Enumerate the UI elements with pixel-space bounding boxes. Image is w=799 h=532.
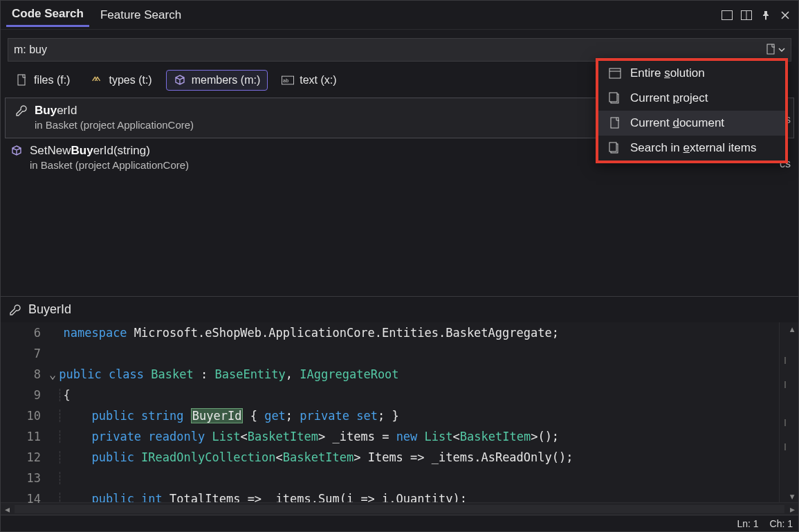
scope-label: Current project [630, 91, 708, 105]
empty-area [1, 178, 798, 296]
svg-rect-11 [611, 118, 618, 128]
code-content[interactable]: namespace Microsoft.eShopWeb.Application… [49, 322, 779, 502]
scope-label: Current document [630, 116, 724, 130]
file-icon [16, 74, 28, 86]
project-icon [608, 91, 622, 105]
svg-rect-10 [609, 93, 617, 102]
filter-types[interactable]: types (t:) [84, 71, 158, 90]
wrench-icon [15, 104, 28, 117]
cube-icon [174, 74, 186, 86]
vertical-scrollbar[interactable]: ▴ ▾ [786, 322, 798, 502]
cube-icon [10, 145, 23, 157]
svg-rect-0 [722, 10, 733, 19]
tab-feature-search[interactable]: Feature Search [95, 4, 187, 26]
external-icon [608, 141, 622, 155]
status-bar: Ln: 1 Ch: 1 [1, 515, 798, 531]
preview-title: BuyerId [28, 302, 71, 317]
svg-rect-4 [18, 75, 25, 85]
close-icon[interactable] [778, 8, 793, 23]
tabs-row: Code Search Feature Search [1, 1, 798, 30]
status-line: Ln: 1 [737, 518, 758, 529]
status-column: Ch: 1 [770, 518, 793, 529]
filter-label: members (m:) [192, 74, 261, 86]
gutter: 6 7 8 9 10 11 12 13 14 [1, 322, 49, 502]
document-icon [608, 116, 622, 130]
filter-label: types (t:) [109, 74, 151, 86]
filter-text[interactable]: ab text (x:) [275, 71, 343, 90]
scope-current-document[interactable]: Current document [598, 111, 785, 136]
dock-left-icon[interactable] [719, 8, 735, 23]
svg-rect-7 [609, 68, 621, 78]
wrench-icon [9, 304, 21, 316]
preview-header: BuyerId [1, 296, 798, 322]
result-title-text: SetNewBuyerId(string) [30, 144, 150, 158]
scope-entire-solution[interactable]: Entire solution [598, 61, 785, 86]
types-icon [91, 74, 103, 86]
scroll-up-icon[interactable]: ▴ [786, 322, 798, 335]
filter-members[interactable]: members (m:) [166, 70, 268, 91]
filter-files[interactable]: files (f:) [9, 71, 77, 90]
horizontal-scrollbar[interactable]: ◂ ▸ [1, 502, 798, 515]
scope-current-project[interactable]: Current project [598, 86, 785, 111]
text-icon: ab [282, 74, 294, 86]
scope-label: Entire solution [630, 66, 705, 80]
search-input[interactable] [14, 44, 766, 56]
svg-text:ab: ab [283, 77, 289, 84]
pin-icon[interactable] [758, 8, 773, 23]
scope-label: Search in external items [630, 141, 756, 155]
dock-split-icon[interactable] [739, 8, 754, 23]
scope-external-items[interactable]: Search in external items [598, 136, 785, 160]
svg-rect-3 [767, 44, 774, 54]
code-editor[interactable]: 6 7 8 9 10 11 12 13 14 namespace Microso… [1, 322, 798, 502]
solution-icon [608, 66, 622, 80]
result-title-text: BuyerId [35, 104, 77, 118]
scroll-right-icon[interactable]: ▸ [786, 503, 798, 515]
scope-menu: Entire solution Current project Current … [596, 58, 788, 163]
code-search-window: Code Search Feature Search [0, 0, 799, 532]
scope-dropdown-button[interactable] [766, 44, 785, 56]
scroll-down-icon[interactable]: ▾ [786, 490, 798, 502]
chevron-down-icon [778, 46, 785, 53]
filter-label: text (x:) [300, 74, 336, 86]
tab-code-search[interactable]: Code Search [6, 3, 89, 27]
svg-rect-13 [609, 143, 616, 152]
filter-label: files (f:) [34, 74, 70, 86]
